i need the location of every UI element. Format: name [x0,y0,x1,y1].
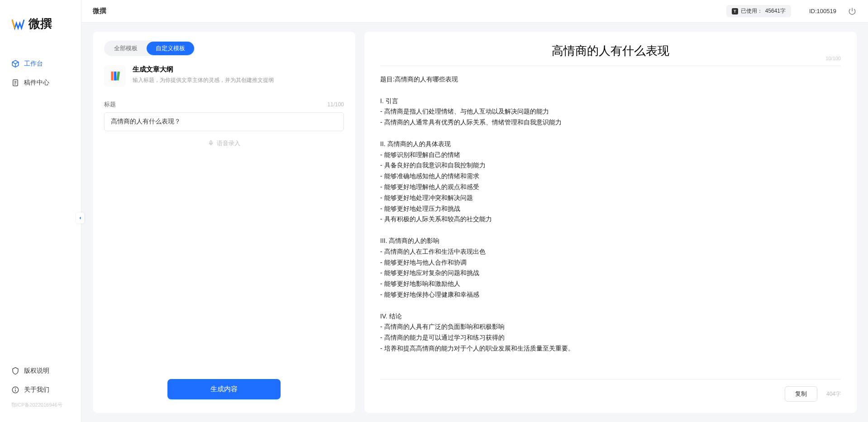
text-icon: T [732,8,738,14]
title-field-header: 标题 11/100 [104,100,344,109]
workspace: 全部模板 自定义模板 生成文章大纲 输入标题，为你提供文章主体的灵感，并为其创建… [81,23,868,422]
voice-label: 语音录入 [217,139,240,147]
account-id: ID:100519 [809,8,836,14]
nav-label: 稿件中心 [24,79,49,87]
template-icon [104,65,126,87]
sidebar-collapse-handle[interactable] [76,213,84,223]
svg-rect-10 [210,140,212,143]
nav-about[interactable]: 关于我们 [0,380,81,399]
power-button[interactable] [848,7,857,16]
doc-title-counter: 10/100 [825,56,841,61]
template-desc: 输入标题，为你提供文章主体的灵感，并为其创建推文提纲 [133,76,274,84]
nav-drafts[interactable]: 稿件中心 [0,73,81,92]
template-tabs: 全部模板 自定义模板 [104,41,195,56]
doc-body[interactable]: 题目:高情商的人有哪些表现 I. 引言 - 高情商是指人们处理情绪、与他人互动以… [380,74,841,379]
tab-custom-templates[interactable]: 自定义模板 [147,42,194,55]
title-input[interactable] [104,112,344,131]
doc-title[interactable]: 高情商的人有什么表现 [380,43,841,59]
nav-label: 关于我们 [24,386,49,394]
svg-rect-7 [111,71,113,81]
copy-button[interactable]: 复制 [785,386,817,402]
svg-point-6 [15,388,16,389]
shield-icon [11,367,19,375]
title-label: 标题 [104,100,116,109]
topbar: 微撰 T 已使用： 45641字 ID:100519 [81,0,868,23]
cube-icon [11,60,19,68]
nav-copyright[interactable]: 版权说明 [0,361,81,380]
nav-workbench[interactable]: 工作台 [0,54,81,73]
sidebar-bottom: 版权说明 关于我们 鄂ICP备2022016946号 [0,361,81,422]
nav: 工作台 稿件中心 [0,45,81,361]
usage-badge[interactable]: T 已使用： 45641字 [726,5,791,17]
title-char-counter: 11/100 [327,101,344,108]
doc-char-count: 404字 [826,390,841,398]
voice-input-button[interactable]: 语音录入 [104,139,344,147]
brand-name: 微撰 [29,16,52,32]
config-panel: 全部模板 自定义模板 生成文章大纲 输入标题，为你提供文章主体的灵感，并为其创建… [93,32,355,413]
svg-rect-9 [116,71,120,81]
sidebar: 微撰 工作台 稿件中心 版权说明 关于我们 鄂ICP备2022016946号 [0,0,81,422]
nav-label: 版权说明 [24,367,49,375]
main: 微撰 T 已使用： 45641字 ID:100519 全部模板 自定义模板 生成… [81,0,868,422]
logo-icon [11,17,25,31]
template-text: 生成文章大纲 输入标题，为你提供文章主体的灵感，并为其创建推文提纲 [133,65,274,87]
usage-prefix: 已使用： [741,7,763,15]
generate-button[interactable]: 生成内容 [167,379,281,399]
output-panel: 高情商的人有什么表现 10/100 题目:高情商的人有哪些表现 I. 引言 - … [364,32,857,413]
mic-icon [208,140,214,147]
template-title: 生成文章大纲 [133,65,274,74]
page-title: 微撰 [93,7,726,15]
document-icon [11,79,19,87]
usage-value: 45641字 [765,7,786,15]
brand-logo: 微撰 [0,0,81,45]
svg-rect-8 [114,71,116,81]
template-card: 生成文章大纲 输入标题，为你提供文章主体的灵感，并为其创建推文提纲 [104,65,344,87]
doc-title-row: 高情商的人有什么表现 10/100 [380,43,841,66]
info-icon [11,386,19,394]
icp-text: 鄂ICP备2022016946号 [0,399,81,415]
doc-footer: 复制 404字 [380,379,841,402]
nav-label: 工作台 [24,60,43,68]
tab-all-templates[interactable]: 全部模板 [105,42,147,55]
